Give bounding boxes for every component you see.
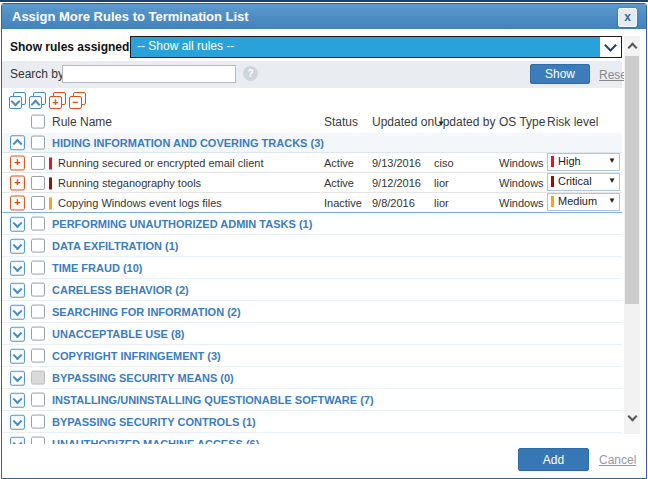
expand-all-rules-icon[interactable]: + [49,92,66,109]
col-updated-by: Updated by [434,115,495,129]
dialog-titlebar: Assign More Rules to Termination List x [2,4,646,29]
category-row: DATA EXFILTRATION (1) [2,235,622,257]
rule-status: Inactive [324,197,362,209]
expand-group-icon[interactable] [10,305,25,320]
category-label: UNACCEPTABLE USE (8) [52,328,184,340]
risk-level-value: Medium [558,195,597,207]
category-label: BYPASSING SECURITY CONTROLS (1) [52,416,256,428]
expand-group-icon[interactable] [10,437,25,444]
category-checkbox[interactable] [31,349,45,363]
caret-down-icon: ▼ [608,176,616,185]
collapse-group-icon[interactable] [10,135,25,150]
category-label: CARELESS BEHAVIOR (2) [52,284,189,296]
rule-name: Running secured or encrypted email clien… [58,157,263,169]
vertical-scrollbar[interactable] [624,36,640,434]
rule-os-type: Windows [499,177,544,189]
category-label: PERFORMING UNAUTHORIZED ADMIN TASKS (1) [52,218,312,230]
category-row-expanded: HIDING INFORMATION AND COVERING TRACKS (… [2,133,622,153]
chevron-down-icon [600,37,621,57]
category-label: HIDING INFORMATION AND COVERING TRACKS (… [52,137,324,149]
risk-level-select[interactable]: High ▼ [547,153,620,171]
category-row: COPYRIGHT INFRINGEMENT (3) [2,345,622,367]
expand-group-icon[interactable] [10,349,25,364]
category-checkbox[interactable] [31,283,45,297]
close-button[interactable]: x [618,8,637,27]
add-button[interactable]: Add [518,448,589,471]
expand-group-icon[interactable] [10,371,25,386]
dialog-title: Assign More Rules to Termination List [12,9,249,24]
category-checkbox[interactable] [31,415,45,429]
category-row: INSTALLING/UNINSTALLING QUESTIONABLE SOF… [2,389,622,411]
category-checkbox[interactable] [31,217,45,231]
rule-updated-by: ciso [434,157,454,169]
expand-group-icon[interactable] [10,283,25,298]
rule-checkbox[interactable] [31,156,45,170]
risk-color-bar [551,156,554,167]
expand-group-icon[interactable] [10,239,25,254]
rule-name: Copying Windows event logs files [58,197,222,209]
scrollbar-thumb[interactable] [625,56,639,304]
col-os-type: OS Type [499,115,545,129]
risk-color-bar [551,176,554,187]
risk-level-select[interactable]: Medium ▼ [547,193,620,211]
collapse-all-rules-icon[interactable]: − [69,92,86,109]
table-header: Rule Name Status Updated on▼ Updated by … [2,110,622,134]
show-button[interactable]: Show [530,64,590,84]
category-row: PERFORMING UNAUTHORIZED ADMIN TASKS (1) [2,213,622,235]
select-all-checkbox[interactable] [31,115,45,129]
risk-color-bar [49,177,52,189]
collapse-all-groups-icon[interactable] [29,92,46,109]
category-row: SEARCHING FOR INFORMATION (2) [2,301,622,323]
filter-label: Show rules assigned to [10,40,144,54]
rule-row: + Copying Windows event logs files Inact… [2,193,622,213]
expand-group-icon[interactable] [10,415,25,430]
rule-status: Active [324,157,354,169]
risk-level-select[interactable]: Critical ▼ [547,173,620,191]
risk-color-bar [49,157,52,169]
rule-status: Active [324,177,354,189]
category-checkbox[interactable] [31,305,45,319]
selected-filter-option: -- Show all rules -- [137,39,234,53]
search-input[interactable] [62,65,236,83]
category-checkbox[interactable] [31,136,45,150]
rule-checkbox[interactable] [31,176,45,190]
expand-group-icon[interactable] [10,261,25,276]
expand-group-icon[interactable] [10,327,25,342]
category-row: UNAUTHORIZED MACHINE ACCESS (6) [2,433,622,444]
rule-updated-on: 9/8/2016 [372,197,415,209]
category-checkbox[interactable] [31,261,45,275]
col-status: Status [324,115,358,129]
col-risk-level: Risk level [547,115,598,129]
scroll-down-icon[interactable] [624,410,640,426]
rule-row: + Running secured or encrypted email cli… [2,153,622,173]
cancel-link[interactable]: Cancel [599,453,636,467]
scroll-up-icon[interactable] [624,38,640,54]
expand-group-icon[interactable] [10,393,25,408]
bulk-actions: + − [9,92,86,110]
category-row: BYPASSING SECURITY MEANS (0) [2,367,622,389]
expand-rule-icon[interactable]: + [10,155,25,170]
category-label: UNAUTHORIZED MACHINE ACCESS (6) [52,438,259,445]
col-rule-name: Rule Name [52,115,112,129]
expand-rule-icon[interactable]: + [10,175,25,190]
rule-updated-by: lior [434,177,449,189]
rule-updated-on: 9/12/2016 [372,177,421,189]
category-checkbox[interactable] [31,327,45,341]
category-label: SEARCHING FOR INFORMATION (2) [52,306,241,318]
rule-row: + Running steganography tools Active 9/1… [2,173,622,193]
category-label: DATA EXFILTRATION (1) [52,240,178,252]
expand-rule-icon[interactable]: + [10,195,25,210]
category-label: TIME FRAUD (10) [52,262,142,274]
caret-down-icon: ▼ [608,156,616,165]
expand-group-icon[interactable] [10,217,25,232]
rule-os-type: Windows [499,197,544,209]
category-checkbox[interactable] [31,239,45,253]
check-all-groups-icon[interactable] [9,92,26,109]
risk-level-value: Critical [558,175,592,187]
category-checkbox[interactable] [31,437,45,444]
risk-color-bar [49,197,52,209]
category-row: CARELESS BEHAVIOR (2) [2,279,622,301]
category-checkbox[interactable] [31,393,45,407]
rules-filter-select[interactable]: -- Show all rules -- [130,36,622,58]
rule-checkbox[interactable] [31,196,45,210]
